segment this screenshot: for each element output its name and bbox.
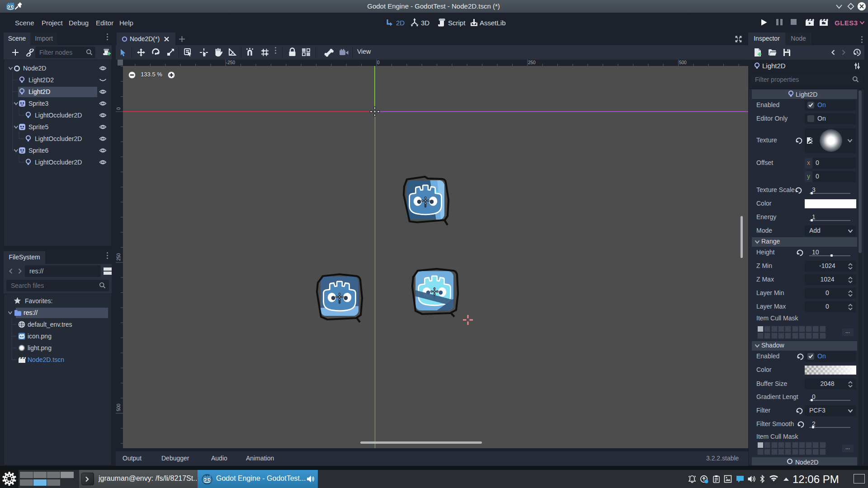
svg-text:500: 500	[679, 60, 687, 65]
svg-text:250: 250	[116, 253, 121, 261]
svg-text:-250: -250	[226, 60, 235, 65]
svg-text:0: 0	[377, 60, 380, 65]
svg-text:500: 500	[116, 404, 121, 411]
svg-text:250: 250	[528, 60, 536, 65]
svg-text:0: 0	[116, 107, 121, 110]
